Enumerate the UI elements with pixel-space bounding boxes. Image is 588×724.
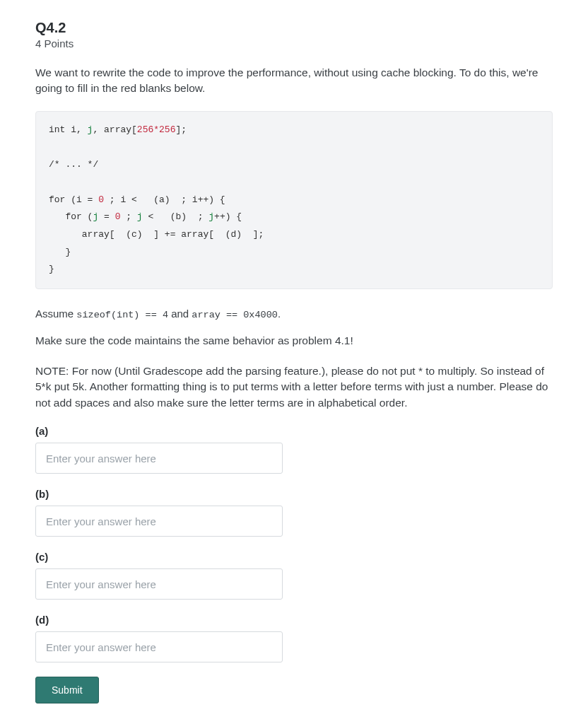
question-title: Q4.2 <box>35 20 553 36</box>
code-num: 256*256 <box>137 124 176 135</box>
assume-post: . <box>278 308 281 320</box>
code-text: for ( <box>49 211 93 222</box>
code-text: ; <box>120 211 136 222</box>
field-label-b: (b) <box>35 488 553 500</box>
formatting-note: NOTE: For now (Until Gradescope add the … <box>35 363 553 411</box>
code-text: ; i < (a) ; i++) { <box>104 194 225 205</box>
code-text: < (b) ; <box>143 211 209 222</box>
code-text: int i, <box>49 124 88 135</box>
assume-line: Assume sizeof(int) == 4 and array == 0x4… <box>35 308 553 320</box>
submit-button[interactable]: Submit <box>35 677 99 703</box>
field-group-c: (c) <box>35 551 553 600</box>
intro-paragraph: We want to rewrite the code to improve t… <box>35 65 553 97</box>
answer-input-c[interactable] <box>35 568 283 600</box>
answer-input-b[interactable] <box>35 506 283 537</box>
code-text: for (i = <box>49 194 98 205</box>
code-text: array[ (c) ] += array[ (d) ]; <box>49 229 264 240</box>
assume-mid: and <box>168 308 192 320</box>
field-group-b: (b) <box>35 488 553 537</box>
field-label-d: (d) <box>35 614 553 626</box>
field-label-c: (c) <box>35 551 553 563</box>
code-text: } <box>49 264 54 274</box>
code-text: ]; <box>175 124 187 135</box>
code-var-j: j <box>137 211 143 222</box>
field-group-a: (a) <box>35 425 553 474</box>
answer-input-a[interactable] <box>35 443 283 474</box>
code-block: int i, j, array[256*256]; /* ... */ for … <box>35 111 553 289</box>
code-text: } <box>49 247 71 257</box>
assume-sizeof: sizeof(int) == 4 <box>76 310 168 320</box>
code-num: 0 <box>98 194 104 205</box>
answer-input-d[interactable] <box>35 631 283 662</box>
assume-array: array == 0x4000 <box>192 310 278 320</box>
assume-pre: Assume <box>35 308 76 320</box>
behavior-note: Make sure the code maintains the same be… <box>35 333 553 349</box>
question-points: 4 Points <box>35 37 553 49</box>
code-var-j: j <box>208 211 214 222</box>
code-text: = <box>98 211 114 222</box>
code-text: ++) { <box>214 211 242 222</box>
field-label-a: (a) <box>35 425 553 437</box>
code-text: , array[ <box>93 124 136 135</box>
field-group-d: (d) <box>35 614 553 662</box>
code-comment: /* ... */ <box>49 159 98 170</box>
